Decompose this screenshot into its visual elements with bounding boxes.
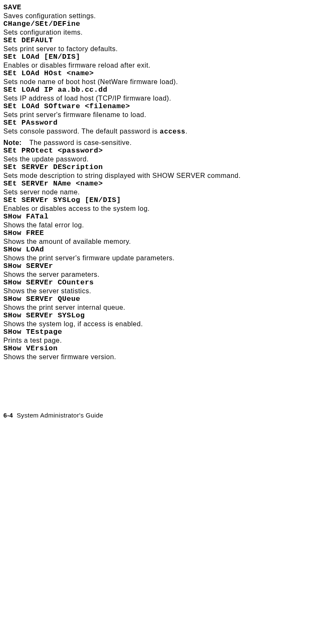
command-entry: SEt SERVEr DEScription Sets mode descrip… — [3, 163, 330, 180]
command-description: Prints a test page. — [3, 337, 330, 344]
command-name: SEt SERVEr NAme <name> — [3, 180, 330, 188]
command-entry: SEt LOAd [EN/DIS] Enables or disables fi… — [3, 53, 330, 69]
command-entry: SAVE Saves configuration settings. — [3, 3, 330, 20]
command-name: CHange/SEt/DEFine — [3, 20, 330, 28]
command-name: SHow FREE — [3, 229, 330, 237]
command-entry: CHange/SEt/DEFine Sets configuration ite… — [3, 20, 330, 36]
inline-code: access — [160, 128, 186, 136]
command-description: Shows the print server internal queue. — [3, 304, 330, 311]
command-name: SHow VErsion — [3, 344, 330, 352]
command-description: Saves configuration settings. — [3, 12, 330, 20]
command-name: SEt SERVEr DEScription — [3, 163, 330, 171]
command-entry: SHow SERVEr Shows the server parameters. — [3, 262, 330, 278]
page-footer: 6-4 System Administrator's Guide — [3, 412, 330, 419]
note-label: Note: — [3, 139, 22, 146]
desc-text: Sets console password. The default passw… — [3, 128, 160, 135]
command-entry: SEt SERVEr NAme <name> Sets server node … — [3, 180, 330, 196]
command-entry: SHow SERVEr QUeue Shows the print server… — [3, 295, 330, 311]
command-description: Sets print server to factory defaults. — [3, 45, 330, 53]
command-entry: SHow FREE Shows the amount of available … — [3, 229, 330, 246]
command-entry: SEt DEFAULT Sets print server to factory… — [3, 36, 330, 53]
command-name: SEt LOAd HOst <name> — [3, 69, 330, 77]
command-description: Shows the server statistics. — [3, 287, 330, 295]
command-list: SAVE Saves configuration settings. CHang… — [3, 3, 330, 361]
footer-title: System Administrator's Guide — [17, 412, 104, 419]
command-entry: SEt LOAd SOftware <filename> Sets print … — [3, 102, 330, 119]
command-name: SHow LOAd — [3, 246, 330, 254]
command-name: SEt SERVEr SYSLog [EN/DIS] — [3, 196, 330, 204]
command-entry: SHow VErsion Shows the server firmware v… — [3, 344, 330, 361]
command-description: Sets console password. The default passw… — [3, 128, 330, 136]
command-name: SEt LOAd [EN/DIS] — [3, 53, 330, 61]
command-description: Enables or disables access to the system… — [3, 205, 330, 213]
command-entry: SEt PAssword Sets console password. The … — [3, 119, 330, 147]
command-entry: SHow FATal Shows the fatal error log. — [3, 213, 330, 229]
note-text: The password is case-sensitive. — [29, 139, 131, 146]
command-name: SHow SERVEr SYSLog — [3, 311, 330, 319]
command-description: Shows the server firmware version. — [3, 353, 330, 361]
command-entry: SEt SERVEr SYSLog [EN/DIS] Enables or di… — [3, 196, 330, 213]
command-description: Shows the system log, if access is enabl… — [3, 320, 330, 328]
command-entry: SEt LOAd IP aa.bb.cc.dd Sets IP address … — [3, 86, 330, 102]
command-name: SEt PROtect <password> — [3, 147, 330, 155]
command-description: Sets print server's firmware filename to… — [3, 111, 330, 119]
command-description: Shows the amount of available memory. — [3, 238, 330, 246]
command-description: Shows the server parameters. — [3, 271, 330, 278]
command-name: SEt PAssword — [3, 119, 330, 127]
command-description: Enables or disables firmware reload afte… — [3, 62, 330, 69]
command-name: SEt LOAd IP aa.bb.cc.dd — [3, 86, 330, 94]
command-entry: SHow LOAd Shows the print server's firmw… — [3, 246, 330, 262]
command-name: SHow TEstpage — [3, 328, 330, 336]
page-number: 6-4 — [3, 412, 13, 419]
command-description: Sets node name of boot host (NetWare fir… — [3, 78, 330, 86]
command-name: SHow SERVEr QUeue — [3, 295, 330, 303]
command-description: Sets IP address of load host (TCP/IP fir… — [3, 95, 330, 102]
command-entry: SHow SERVEr COunters Shows the server st… — [3, 278, 330, 295]
command-entry: SEt PROtect <password> Sets the update p… — [3, 147, 330, 163]
command-description: Sets server node name. — [3, 188, 330, 196]
command-entry: SHow TEstpage Prints a test page. — [3, 328, 330, 344]
command-description: Sets configuration items. — [3, 29, 330, 36]
command-name: SEt LOAd SOftware <filename> — [3, 102, 330, 110]
command-name: SHow FATal — [3, 213, 330, 221]
note: Note:The password is case-sensitive. — [3, 139, 330, 147]
command-name: SHow SERVEr — [3, 262, 330, 270]
command-description: Shows the print server's firmware update… — [3, 254, 330, 262]
command-name: SAVE — [3, 3, 330, 11]
desc-text: . — [186, 128, 188, 135]
command-description: Shows the fatal error log. — [3, 221, 330, 229]
command-entry: SEt LOAd HOst <name> Sets node name of b… — [3, 69, 330, 86]
command-description: Sets mode description to string displaye… — [3, 172, 330, 180]
command-name: SHow SERVEr COunters — [3, 278, 330, 287]
command-description: Sets the update password. — [3, 156, 330, 163]
command-entry: SHow SERVEr SYSLog Shows the system log,… — [3, 311, 330, 328]
command-name: SEt DEFAULT — [3, 36, 330, 44]
